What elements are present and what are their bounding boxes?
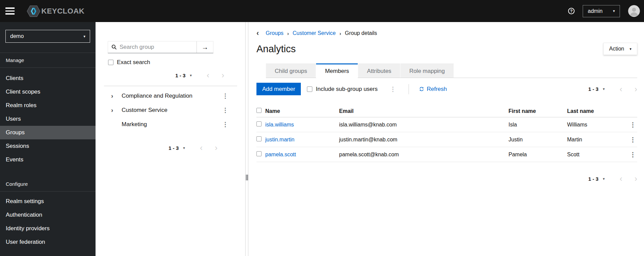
username: admin bbox=[588, 8, 603, 14]
tabs: Child groups Members Attributes Role map… bbox=[266, 63, 637, 78]
page-title: Analytics bbox=[256, 43, 296, 55]
members-pagination-bottom: 1 - 3 ▾ ‹ › bbox=[256, 175, 637, 183]
pagination-range[interactable]: 1 - 3 bbox=[175, 73, 185, 78]
resizer-grip-icon[interactable] bbox=[246, 175, 248, 180]
group-tree-item: Marketing ⋮ bbox=[104, 117, 237, 132]
breadcrumb-customer-service-link[interactable]: Customer Service bbox=[293, 30, 336, 36]
user-dropdown[interactable]: admin ▾ bbox=[583, 5, 620, 17]
help-icon[interactable]: ? bbox=[568, 8, 575, 14]
tab-child-groups[interactable]: Child groups bbox=[266, 63, 316, 78]
column-header-email: Email bbox=[339, 108, 508, 114]
kebab-menu-icon[interactable]: ⋮ bbox=[221, 121, 230, 128]
realm-select[interactable]: demo ▾ bbox=[5, 30, 90, 43]
keycloak-logo[interactable]: KEYCLOAK bbox=[27, 5, 84, 17]
exact-search: Exact search bbox=[108, 59, 237, 66]
member-last-name: Scott bbox=[567, 152, 624, 158]
member-username-link[interactable]: justin.martin bbox=[265, 137, 339, 143]
sidebar-item-sessions[interactable]: Sessions bbox=[0, 139, 96, 153]
sidebar-item-realm-settings[interactable]: Realm settings bbox=[0, 195, 96, 208]
sidebar-item-authentication[interactable]: Authentication bbox=[0, 208, 96, 222]
previous-page-icon[interactable]: ‹ bbox=[620, 175, 622, 183]
exact-search-checkbox[interactable] bbox=[108, 60, 113, 65]
refresh-icon bbox=[419, 86, 424, 92]
caret-down-icon[interactable]: ▾ bbox=[183, 146, 185, 150]
search-submit-button[interactable]: → bbox=[196, 41, 213, 53]
sidebar-item-client-scopes[interactable]: Client scopes bbox=[0, 85, 96, 99]
row-checkbox[interactable] bbox=[256, 136, 262, 141]
select-all-checkbox[interactable] bbox=[256, 108, 262, 113]
member-first-name: Justin bbox=[508, 137, 567, 143]
kebab-menu-icon[interactable]: ⋮ bbox=[389, 85, 397, 93]
sidebar-item-events[interactable]: Events bbox=[0, 153, 96, 166]
include-subgroups-label: Include sub-group users bbox=[316, 86, 377, 93]
refresh-button[interactable]: Refresh bbox=[419, 86, 447, 93]
action-dropdown-button[interactable]: Action ▾ bbox=[603, 43, 637, 55]
members-table: Name Email First name Last name isla.wil… bbox=[256, 105, 637, 162]
panel-resizer[interactable] bbox=[245, 22, 248, 256]
pagination-range[interactable]: 1 - 3 bbox=[588, 86, 598, 92]
next-page-icon[interactable]: › bbox=[635, 85, 637, 93]
group-link[interactable]: Compliance and Regulation bbox=[122, 93, 192, 99]
action-label: Action bbox=[609, 46, 624, 52]
chevron-right-icon[interactable]: › bbox=[111, 93, 122, 100]
next-page-icon[interactable]: › bbox=[635, 175, 637, 183]
pagination-range[interactable]: 1 - 3 bbox=[588, 176, 598, 182]
column-header-first-name: First name bbox=[508, 108, 567, 114]
sidebar: demo ▾ Manage Clients Client scopes Real… bbox=[0, 22, 96, 256]
table-row: justin.martin justin.martin@knab.com Jus… bbox=[256, 132, 637, 147]
member-last-name: Williams bbox=[567, 122, 624, 128]
caret-down-icon: ▾ bbox=[83, 35, 85, 38]
next-page-icon[interactable]: › bbox=[215, 144, 217, 152]
kebab-menu-icon[interactable]: ⋮ bbox=[221, 106, 230, 114]
pagination-range[interactable]: 1 - 3 bbox=[168, 145, 179, 151]
group-link[interactable]: Customer Service bbox=[122, 107, 167, 114]
caret-down-icon[interactable]: ▾ bbox=[190, 74, 192, 77]
brand-text: KEYCLOAK bbox=[41, 7, 84, 16]
caret-down-icon[interactable]: ▾ bbox=[603, 177, 605, 181]
kebab-menu-icon[interactable]: ⋮ bbox=[628, 121, 637, 128]
members-toolbar: Add member Include sub-group users ⋮ Ref… bbox=[256, 83, 637, 95]
member-email: isla.williams@knab.com bbox=[339, 122, 508, 128]
members-pagination-top: 1 - 3 ▾ ‹ › bbox=[588, 85, 637, 93]
sidebar-item-realm-roles[interactable]: Realm roles bbox=[0, 99, 96, 112]
avatar[interactable] bbox=[628, 5, 640, 17]
member-username-link[interactable]: isla.williams bbox=[265, 122, 339, 128]
previous-page-icon[interactable]: ‹ bbox=[207, 71, 209, 79]
sidebar-item-groups[interactable]: Groups bbox=[0, 126, 96, 139]
caret-down-icon[interactable]: ▾ bbox=[603, 87, 605, 91]
breadcrumb-groups-link[interactable]: Groups bbox=[266, 30, 283, 36]
search-group-input[interactable] bbox=[120, 44, 196, 51]
kebab-menu-icon[interactable]: ⋮ bbox=[628, 151, 637, 158]
tree-pagination-bottom: 1 - 3 ▾ ‹ › bbox=[104, 144, 237, 152]
previous-page-icon[interactable]: ‹ bbox=[620, 85, 622, 93]
caret-down-icon: ▾ bbox=[629, 47, 631, 51]
tab-attributes[interactable]: Attributes bbox=[358, 63, 400, 78]
member-first-name: Isla bbox=[508, 122, 567, 128]
row-checkbox[interactable] bbox=[256, 151, 262, 156]
sidebar-item-users[interactable]: Users bbox=[0, 112, 96, 126]
member-username-link[interactable]: pamela.scott bbox=[265, 152, 339, 158]
sidebar-item-clients[interactable]: Clients bbox=[0, 72, 96, 85]
kebab-menu-icon[interactable]: ⋮ bbox=[221, 92, 230, 100]
include-subgroups-checkbox[interactable] bbox=[307, 86, 312, 92]
caret-down-icon: ▾ bbox=[613, 9, 615, 13]
group-link[interactable]: Marketing bbox=[122, 121, 147, 128]
previous-page-icon[interactable]: ‹ bbox=[200, 144, 203, 152]
breadcrumb-current: Group details bbox=[345, 30, 377, 36]
kebab-menu-icon[interactable]: ⋮ bbox=[628, 136, 637, 143]
sidebar-item-identity-providers[interactable]: Identity providers bbox=[0, 222, 96, 235]
member-email: pamela.scott@knab.com bbox=[339, 152, 508, 158]
group-tree-item: › Compliance and Regulation ⋮ bbox=[104, 89, 237, 103]
row-checkbox[interactable] bbox=[256, 121, 262, 126]
add-member-button[interactable]: Add member bbox=[256, 83, 301, 95]
next-page-icon[interactable]: › bbox=[222, 71, 224, 79]
hamburger-menu-icon[interactable] bbox=[5, 7, 15, 15]
arrow-right-icon: → bbox=[202, 43, 208, 51]
group-tree-item: › Customer Service ⋮ bbox=[104, 103, 237, 117]
tab-members[interactable]: Members bbox=[316, 63, 358, 78]
sidebar-item-user-federation[interactable]: User federation bbox=[0, 235, 96, 249]
chevron-right-icon[interactable]: › bbox=[111, 107, 122, 114]
tab-role-mapping[interactable]: Role mapping bbox=[400, 63, 454, 78]
exact-search-label: Exact search bbox=[117, 59, 150, 66]
back-icon[interactable]: ‹ bbox=[256, 29, 259, 37]
